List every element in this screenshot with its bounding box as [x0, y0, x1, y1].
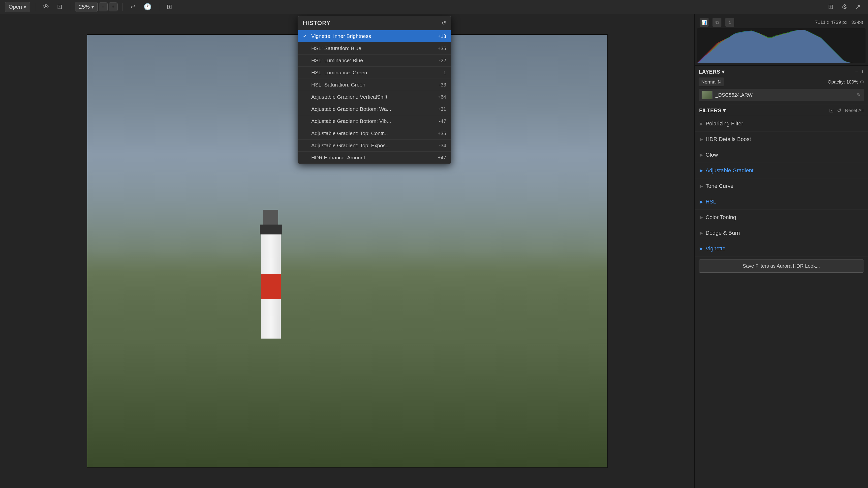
filter-label: Vignette	[706, 246, 863, 252]
history-item-7[interactable]: Adjustable Gradient: Bottom: Wa... +31	[298, 103, 451, 115]
history-item-11[interactable]: HDR Enhance: Amount +47	[298, 152, 451, 164]
history-item-5[interactable]: HSL: Saturation: Green -33	[298, 79, 451, 91]
layer-row[interactable]: _DSC8624.ARW ✎	[699, 89, 864, 101]
filter-item-dodge-burn[interactable]: ▶ Dodge & Burn	[695, 225, 868, 241]
history-item-label: Vignette: Inner Brightness	[311, 33, 438, 39]
filter-item-vignette[interactable]: ▶ Vignette	[695, 241, 868, 257]
lighthouse-lantern	[264, 210, 278, 225]
export-button[interactable]: ↗	[852, 1, 863, 12]
layers-view-icon[interactable]: ⧉	[713, 18, 721, 27]
layers-chevron-icon: ▾	[722, 69, 724, 75]
open-label: Open	[9, 4, 22, 10]
filter-item-glow[interactable]: ▶ Glow	[695, 147, 868, 163]
filter-item-hsl[interactable]: ▶ HSL	[695, 194, 868, 210]
filter-label: Dodge & Burn	[706, 230, 863, 236]
filters-section: FILTERS ▾ ⊡ ↺ Reset All ▶ Polarizing Fil…	[695, 104, 868, 488]
history-item-8[interactable]: Adjustable Gradient: Bottom: Vib... -47	[298, 115, 451, 127]
filter-item-color-toning[interactable]: ▶ Color Toning	[695, 210, 868, 225]
filter-item-hdr-details[interactable]: ▶ HDR Details Boost	[695, 132, 868, 147]
filters-chevron-icon: ▾	[723, 107, 726, 114]
history-item-10[interactable]: Adjustable Gradient: Top: Expos... -34	[298, 139, 451, 152]
filter-arrow-icon: ▶	[700, 230, 703, 236]
histogram-meta-icons: 📊 ⧉ ℹ	[700, 18, 734, 27]
history-item-value: +64	[438, 94, 446, 100]
toolbar: Open ▾ 👁 ⊡ 25% ▾ − + ↩ 🕐 ⊞ ⊞ ⚙ ↗	[0, 0, 868, 14]
history-item-value: +35	[438, 131, 446, 136]
history-item-value: -47	[439, 119, 446, 124]
filter-label: Adjustable Gradient	[706, 167, 863, 174]
filter-item-adjustable-gradient[interactable]: ▶ Adjustable Gradient	[695, 163, 868, 178]
layer-edit-icon[interactable]: ✎	[857, 92, 861, 98]
filter-arrow-icon: ▶	[700, 168, 703, 173]
layers-title: LAYERS ▾	[699, 69, 724, 75]
layers-header: LAYERS ▾ − +	[699, 69, 864, 75]
grid-view-button[interactable]: ⊞	[826, 1, 836, 12]
history-item-2[interactable]: HSL: Saturation: Blue +35	[298, 42, 451, 55]
layers-add-button[interactable]: +	[861, 69, 864, 75]
history-button[interactable]: 🕐	[141, 1, 154, 12]
histogram-meta: 📊 ⧉ ℹ 7111 x 4739 px 32-bit	[697, 17, 866, 28]
history-item-value: +18	[438, 33, 446, 39]
filter-arrow-icon: ▶	[700, 199, 703, 204]
history-item-9[interactable]: Adjustable Gradient: Top: Contr... +35	[298, 127, 451, 139]
zoom-minus-button[interactable]: −	[99, 2, 107, 11]
opacity-settings-icon[interactable]: ⚙	[860, 79, 864, 85]
canvas-area[interactable]: HISTORY ↺ ✓ Vignette: Inner Brightness +…	[0, 14, 694, 488]
opacity-control: Opacity: 100% ⚙	[828, 79, 864, 85]
history-item-label: HDR Enhance: Amount	[311, 155, 438, 161]
history-item-label: HSL: Saturation: Green	[311, 82, 439, 88]
ground-overlay	[87, 251, 607, 467]
history-item-label: HSL: Saturation: Blue	[311, 45, 438, 51]
filter-label: Glow	[706, 152, 863, 158]
open-button[interactable]: Open ▾	[5, 2, 30, 12]
layers-actions: − +	[855, 69, 864, 75]
lighthouse-top	[260, 225, 282, 234]
history-item-value: -33	[439, 82, 446, 88]
history-dropdown: HISTORY ↺ ✓ Vignette: Inner Brightness +…	[298, 16, 452, 164]
layers-subtract-button[interactable]: −	[855, 69, 858, 75]
filter-item-polarizing[interactable]: ▶ Polarizing Filter	[695, 116, 868, 132]
history-item-6[interactable]: Adjustable Gradient: VerticalShift +64	[298, 91, 451, 103]
toolbar-divider-1	[35, 3, 35, 11]
filter-label: HDR Details Boost	[706, 136, 863, 142]
histogram-canvas	[697, 28, 866, 63]
crop-button[interactable]: ⊞	[164, 1, 175, 12]
visibility-toggle[interactable]: 👁	[40, 1, 52, 12]
history-check-icon: ✓	[303, 33, 309, 39]
history-item-label: Adjustable Gradient: VerticalShift	[311, 94, 438, 100]
filter-crop-icon[interactable]: ⊡	[829, 107, 834, 114]
filter-label: Polarizing Filter	[706, 121, 863, 127]
history-item-value: +47	[438, 155, 446, 161]
lighthouse-body	[261, 234, 281, 338]
zoom-dropdown[interactable]: 25% ▾	[75, 2, 98, 12]
blend-mode-dropdown[interactable]: Normal ⇅	[699, 77, 724, 86]
history-item-label: HSL: Luminance: Green	[311, 70, 442, 75]
lighthouse-red-band	[261, 274, 281, 299]
reset-all-button[interactable]: Reset All	[845, 108, 864, 113]
filter-label: Color Toning	[706, 214, 863, 221]
history-item-4[interactable]: HSL: Luminance: Green -1	[298, 67, 451, 79]
filter-arrow-icon: ▶	[700, 215, 703, 220]
filters-title: FILTERS ▾	[699, 107, 726, 114]
layer-controls: Normal ⇅ Opacity: 100% ⚙	[699, 77, 864, 86]
undo-button[interactable]: ↩	[128, 1, 138, 12]
history-item-label: Adjustable Gradient: Top: Expos...	[311, 142, 439, 149]
filter-reset-icon[interactable]: ↺	[837, 107, 841, 114]
history-reset-button[interactable]: ↺	[442, 20, 446, 26]
history-item-1[interactable]: ✓ Vignette: Inner Brightness +18	[298, 30, 451, 42]
histogram-view-icon[interactable]: 📊	[700, 18, 709, 27]
histogram-section: 📊 ⧉ ℹ 7111 x 4739 px 32-bit	[695, 14, 868, 66]
info-view-icon[interactable]: ℹ	[725, 18, 734, 27]
zoom-value-label: 25%	[79, 4, 90, 10]
zoom-control: 25% ▾ − +	[75, 2, 118, 12]
history-title: HISTORY	[303, 20, 331, 27]
adjustments-button[interactable]: ⚙	[839, 1, 850, 12]
compare-toggle[interactable]: ⊡	[55, 1, 65, 12]
save-filters-button[interactable]: Save Filters as Aurora HDR Look...	[699, 259, 864, 272]
history-item-3[interactable]: HSL: Luminance: Blue -22	[298, 55, 451, 67]
filter-item-tone-curve[interactable]: ▶ Tone Curve	[695, 178, 868, 194]
history-item-value: +35	[438, 45, 446, 51]
zoom-plus-button[interactable]: +	[108, 2, 118, 11]
history-item-value: -1	[442, 70, 446, 75]
layers-section: LAYERS ▾ − + Normal ⇅ Opacity: 100% ⚙	[695, 66, 868, 104]
